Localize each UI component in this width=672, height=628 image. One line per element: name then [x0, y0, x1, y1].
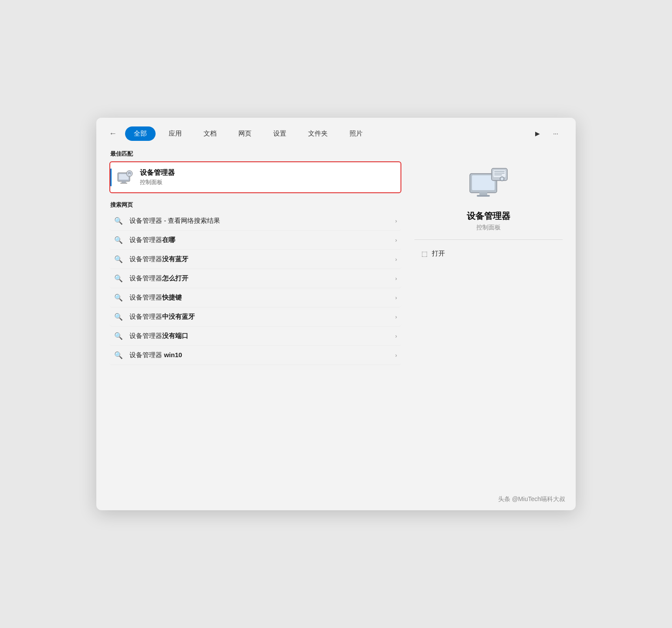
svg-rect-10: [477, 195, 490, 197]
best-match-subtitle: 控制面板: [140, 178, 175, 186]
right-icon-area: [414, 154, 563, 210]
list-item[interactable]: 🔍 设备管理器快捷键 ›: [109, 288, 401, 307]
tab-web[interactable]: 网页: [230, 126, 260, 141]
svg-rect-8: [472, 175, 495, 190]
svg-rect-13: [494, 171, 505, 172]
best-match-section-title: 最佳匹配: [109, 150, 401, 158]
list-item[interactable]: 🔍 设备管理器没有端口 ›: [109, 327, 401, 346]
chevron-right-icon: ›: [395, 218, 397, 224]
svg-point-17: [501, 177, 503, 180]
search-icon: 🔍: [114, 255, 123, 263]
back-icon: ←: [109, 129, 117, 138]
best-match-text: 设备管理器 控制面板: [140, 168, 175, 186]
search-icon: 🔍: [114, 294, 123, 302]
search-icon: 🔍: [114, 332, 123, 340]
topbar: ← 全部 应用 文档 网页 设置 文件夹 照片 ▶ ···: [96, 118, 576, 146]
search-icon: 🔍: [114, 351, 123, 359]
svg-rect-9: [479, 192, 487, 195]
best-match-item[interactable]: 设备管理器 控制面板: [109, 161, 401, 193]
main-content: 最佳匹配 设备管理器 控制面: [96, 146, 576, 491]
chevron-right-icon: ›: [395, 294, 397, 301]
tab-photos[interactable]: 照片: [341, 126, 371, 141]
ellipsis-icon: ···: [553, 130, 558, 137]
svg-point-6: [129, 174, 130, 175]
result-text: 设备管理器快捷键: [129, 294, 389, 302]
ellipsis-button[interactable]: ···: [549, 126, 563, 140]
tab-settings[interactable]: 设置: [265, 126, 295, 141]
svg-rect-15: [494, 174, 502, 175]
result-text: 设备管理器没有蓝牙: [129, 255, 389, 263]
open-icon: ⬚: [421, 250, 428, 258]
more-button[interactable]: ▶: [530, 126, 544, 140]
search-icon: 🔍: [114, 236, 123, 244]
right-actions: ⬚ 打开: [414, 245, 563, 262]
chevron-right-icon: ›: [395, 333, 397, 339]
result-text: 设备管理器中没有蓝牙: [129, 313, 389, 321]
result-text: 设备管理器没有端口: [129, 332, 389, 340]
chevron-right-icon: ›: [395, 237, 397, 243]
search-icon: 🔍: [114, 217, 123, 225]
search-icon: 🔍: [114, 274, 123, 283]
svg-rect-2: [122, 181, 126, 183]
tab-apps[interactable]: 应用: [160, 126, 190, 141]
search-window: ← 全部 应用 文档 网页 设置 文件夹 照片 ▶ ··· 最佳匹配: [96, 118, 576, 510]
more-icon: ▶: [535, 130, 540, 137]
tab-folders[interactable]: 文件夹: [299, 126, 336, 141]
result-text: 设备管理器 win10: [129, 351, 389, 359]
watermark: 头条 @MiuTech嗝科大叔: [96, 491, 576, 510]
device-manager-icon-large: [469, 167, 508, 201]
chevron-right-icon: ›: [395, 275, 397, 282]
result-text: 设备管理器怎么打开: [129, 274, 389, 283]
list-item[interactable]: 🔍 设备管理器 win10 ›: [109, 346, 401, 365]
result-text: 设备管理器 - 查看网络搜索结果: [129, 217, 389, 225]
list-item[interactable]: 🔍 设备管理器怎么打开 ›: [109, 269, 401, 288]
list-item[interactable]: 🔍 设备管理器中没有蓝牙 ›: [109, 307, 401, 327]
open-label: 打开: [432, 249, 445, 258]
svg-rect-3: [120, 183, 127, 184]
tab-all[interactable]: 全部: [125, 126, 156, 141]
divider: [414, 239, 563, 240]
tab-docs[interactable]: 文档: [195, 126, 225, 141]
left-panel: 最佳匹配 设备管理器 控制面: [109, 146, 401, 478]
list-item[interactable]: 🔍 设备管理器没有蓝牙 ›: [109, 250, 401, 269]
open-button[interactable]: ⬚ 打开: [414, 245, 563, 262]
chevron-right-icon: ›: [395, 314, 397, 320]
list-item[interactable]: 🔍 设备管理器在哪 ›: [109, 231, 401, 250]
right-panel: 设备管理器 控制面板 ⬚ 打开: [414, 146, 563, 478]
device-manager-icon-small: [117, 170, 133, 185]
right-app-name: 设备管理器: [467, 210, 510, 222]
list-item[interactable]: 🔍 设备管理器 - 查看网络搜索结果 ›: [109, 212, 401, 231]
search-icon: 🔍: [114, 313, 123, 321]
chevron-right-icon: ›: [395, 256, 397, 263]
svg-rect-14: [494, 173, 505, 174]
result-text: 设备管理器在哪: [129, 236, 389, 244]
best-match-name: 设备管理器: [140, 168, 175, 177]
back-button[interactable]: ←: [105, 126, 121, 141]
best-match-icon: [116, 169, 134, 186]
right-app-subtitle: 控制面板: [476, 224, 501, 232]
chevron-right-icon: ›: [395, 352, 397, 358]
search-web-section-title: 搜索网页: [110, 201, 401, 209]
